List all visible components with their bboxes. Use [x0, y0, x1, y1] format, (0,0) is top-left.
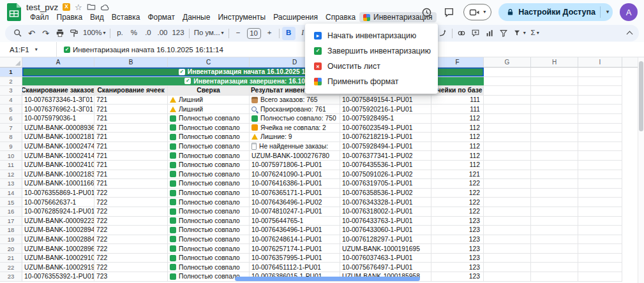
cell[interactable]	[578, 263, 622, 272]
cell[interactable]: 721	[94, 114, 168, 124]
row-header-10[interactable]: 10	[0, 151, 22, 161]
cell[interactable]: Полностью совпало	[168, 235, 250, 245]
cell[interactable]: UZUM-BANK-0000922360	[22, 217, 94, 226]
cell[interactable]: 721	[94, 124, 168, 133]
cell[interactable]	[531, 254, 578, 263]
cell[interactable]: UZUM-BANK-1000291967	[22, 263, 94, 272]
cell[interactable]: Лишние: 9	[250, 133, 340, 142]
cell[interactable]: 112	[431, 151, 484, 161]
row-header-6[interactable]: 6	[0, 114, 22, 124]
cell[interactable]	[484, 254, 531, 263]
cell[interactable]: 123	[431, 217, 484, 226]
cell[interactable]: 123	[431, 244, 484, 254]
cell[interactable]: 721	[94, 151, 168, 161]
row-header-16[interactable]: 16	[0, 207, 22, 217]
cell[interactable]	[484, 207, 531, 217]
cell[interactable]	[484, 77, 531, 87]
functions-button[interactable]: Σ ▾	[528, 27, 542, 40]
cell[interactable]: UZUM-BANK-1000291089	[22, 254, 94, 263]
cell[interactable]	[578, 142, 622, 152]
cell[interactable]	[484, 114, 531, 124]
menu-item-format[interactable]: Применить формат	[305, 74, 438, 89]
star-icon[interactable]: ☆	[75, 3, 82, 11]
row-header-2[interactable]: 2	[0, 77, 22, 87]
cell[interactable]: Полностью совпало	[168, 161, 250, 170]
cell[interactable]: 10-0076435536-1-PU01	[340, 161, 431, 170]
move-folder-icon[interactable]	[87, 3, 96, 11]
vertical-scrollbar-thumb[interactable]	[639, 61, 643, 131]
menubar-item[interactable]: Вставка	[108, 12, 144, 22]
cell[interactable]: 10-0076318002-1-PU01	[340, 207, 431, 217]
row-header-13[interactable]: 13	[0, 179, 22, 189]
cell[interactable]: Полностью совпало	[168, 263, 250, 272]
menubar-item[interactable]: Инструменты	[214, 12, 269, 22]
increase-decimals-button[interactable]: .00	[155, 27, 169, 40]
cell[interactable]	[484, 179, 531, 189]
cell[interactable]: 10-0076433763-1-PU01	[340, 217, 431, 226]
cell[interactable]: UZUM-BANK-1000116695	[22, 179, 94, 189]
cell[interactable]: 112	[431, 124, 484, 133]
cell[interactable]: UZUM-BANK-1000191695	[340, 244, 431, 254]
cell[interactable]: 10-0075662637-1	[22, 198, 94, 207]
font-select[interactable]: По ум... ▾	[192, 27, 226, 40]
cell[interactable]	[578, 151, 622, 161]
cell[interactable]	[484, 263, 531, 272]
cell[interactable]: 10-0075979036-1	[22, 114, 94, 124]
cell[interactable]: 10-0076358536-1-PU02	[340, 189, 431, 198]
menubar-item[interactable]: Правка	[53, 12, 87, 22]
more-formats-button[interactable]: 123	[170, 27, 186, 40]
cell[interactable]: Полностью совпало	[168, 124, 250, 133]
row-header-20[interactable]: 20	[0, 244, 22, 254]
cell[interactable]: 123	[431, 235, 484, 245]
sheets-logo[interactable]	[7, 3, 21, 21]
cell[interactable]	[578, 226, 622, 235]
select-all-corner[interactable]	[0, 57, 22, 68]
cell[interactable]: 10-0076241090-1-PU01	[250, 170, 340, 180]
caret-down-icon[interactable]: ▾	[606, 10, 609, 15]
cell[interactable]: 721	[94, 179, 168, 189]
cell[interactable]: 10-0076128297-1-PU01	[340, 235, 431, 245]
row-header-15[interactable]: 15	[0, 198, 22, 207]
column-header-H[interactable]: H	[531, 57, 578, 68]
comments-icon[interactable]	[441, 4, 456, 20]
cell[interactable]	[484, 217, 531, 226]
cell[interactable]	[484, 189, 531, 198]
cell[interactable]: UZUM-BANK-1000241447	[22, 151, 94, 161]
create-filter-icon[interactable]	[497, 27, 511, 40]
cell[interactable]: 721	[94, 161, 168, 170]
increase-font-size-button[interactable]: +	[263, 27, 276, 40]
cell[interactable]	[578, 86, 622, 96]
row-header-18[interactable]: 18	[0, 226, 22, 235]
row-header-19[interactable]: 19	[0, 235, 22, 245]
menubar-item[interactable]: Формат	[144, 12, 179, 22]
row-header-21[interactable]: 21	[0, 254, 22, 263]
cell[interactable]: Сверка	[168, 86, 250, 96]
cell[interactable]: UZUM-BANK-1000241024	[22, 161, 94, 170]
cell[interactable]: 111	[431, 96, 484, 105]
cell[interactable]: 10-0075091026-1-PU02	[340, 170, 431, 180]
cell[interactable]: 10-0076257174-1-PU01	[250, 244, 340, 254]
cell[interactable]: UZUM-BANK-1000289674	[22, 244, 94, 254]
cell[interactable]: 123	[431, 263, 484, 272]
cell[interactable]: Полностью совпало	[168, 142, 250, 152]
cell[interactable]: Полностью совпало: 750	[250, 114, 340, 124]
cell[interactable]	[578, 114, 622, 124]
row-header-8[interactable]: 8	[0, 133, 22, 142]
cell[interactable]: Ячейки по базе	[431, 86, 484, 96]
cell[interactable]: 10-0075849154-1-PU01	[340, 96, 431, 105]
cell[interactable]: Полностью совпало	[168, 244, 250, 254]
cell[interactable]	[484, 68, 531, 77]
cell[interactable]	[531, 226, 578, 235]
cell[interactable]	[531, 198, 578, 207]
cell[interactable]	[484, 161, 531, 170]
row-header-7[interactable]: 7	[0, 124, 22, 133]
cell[interactable]	[578, 272, 622, 282]
cell[interactable]: Лишний	[168, 96, 250, 105]
menubar-item[interactable]: Вид	[86, 12, 108, 22]
row-header-4[interactable]: 4	[0, 96, 22, 105]
cell[interactable]: Лишний	[168, 105, 250, 114]
cell[interactable]: Полностью совпало	[168, 179, 250, 189]
cell[interactable]: Полностью совпало	[168, 254, 250, 263]
cell[interactable]: 722	[94, 263, 168, 272]
meet-button[interactable]: ▾	[463, 4, 491, 20]
